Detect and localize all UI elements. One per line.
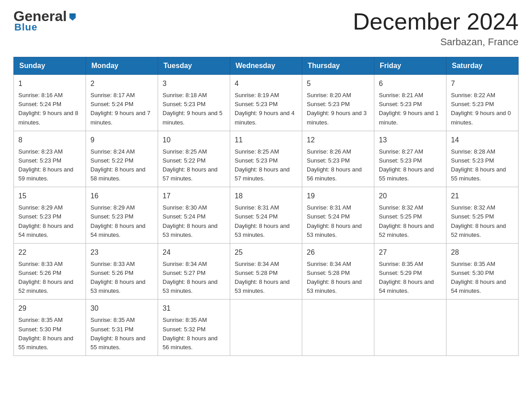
calendar-body: 1Sunrise: 8:16 AMSunset: 5:24 PMDaylight… [14,75,519,356]
day-info: Sunrise: 8:23 AMSunset: 5:23 PMDaylight:… [18,147,81,184]
calendar-cell [446,300,519,356]
day-number: 19 [307,191,369,201]
day-number: 12 [307,135,369,146]
calendar-cell: 11Sunrise: 8:25 AMSunset: 5:23 PMDayligh… [230,131,302,187]
day-info: Sunrise: 8:35 AMSunset: 5:31 PMDaylight:… [90,316,153,352]
calendar-cell: 28Sunrise: 8:35 AMSunset: 5:30 PMDayligh… [446,243,519,300]
day-header-friday: Friday [374,57,446,75]
day-number: 20 [379,191,442,201]
day-info: Sunrise: 8:25 AMSunset: 5:23 PMDaylight:… [235,147,297,184]
day-info: Sunrise: 8:28 AMSunset: 5:23 PMDaylight:… [451,147,514,184]
calendar-cell: 5Sunrise: 8:20 AMSunset: 5:23 PMDaylight… [302,75,374,131]
day-number: 25 [235,247,297,258]
day-info: Sunrise: 8:30 AMSunset: 5:24 PMDaylight:… [163,203,225,240]
day-info: Sunrise: 8:29 AMSunset: 5:23 PMDaylight:… [18,203,81,240]
calendar-cell: 29Sunrise: 8:35 AMSunset: 5:30 PMDayligh… [14,300,86,356]
calendar-cell: 9Sunrise: 8:24 AMSunset: 5:22 PMDaylight… [86,131,158,187]
day-info: Sunrise: 8:35 AMSunset: 5:29 PMDaylight:… [379,260,442,296]
day-number: 1 [18,78,81,89]
day-header-tuesday: Tuesday [158,57,230,75]
day-info: Sunrise: 8:20 AMSunset: 5:23 PMDaylight:… [307,91,369,127]
day-number: 5 [307,78,369,89]
calendar-week-3: 15Sunrise: 8:29 AMSunset: 5:23 PMDayligh… [14,187,519,244]
day-info: Sunrise: 8:25 AMSunset: 5:22 PMDaylight:… [163,147,225,184]
title-area: December 2024 Sarbazan, France [353,9,519,48]
calendar-cell: 20Sunrise: 8:32 AMSunset: 5:25 PMDayligh… [374,187,446,244]
calendar-week-5: 29Sunrise: 8:35 AMSunset: 5:30 PMDayligh… [14,300,519,356]
day-number: 14 [451,135,514,146]
calendar-cell: 30Sunrise: 8:35 AMSunset: 5:31 PMDayligh… [86,300,158,356]
day-number: 22 [18,247,81,258]
day-number: 23 [90,247,153,258]
day-info: Sunrise: 8:27 AMSunset: 5:23 PMDaylight:… [379,147,442,184]
logo-area: General Blue [13,9,77,33]
day-header-thursday: Thursday [302,57,374,75]
logo-blue-text: Blue [14,21,38,33]
day-number: 28 [451,247,514,258]
calendar-cell: 21Sunrise: 8:32 AMSunset: 5:25 PMDayligh… [446,187,519,244]
day-number: 8 [18,135,81,146]
calendar-cell: 4Sunrise: 8:19 AMSunset: 5:23 PMDaylight… [230,75,302,131]
calendar-cell: 26Sunrise: 8:34 AMSunset: 5:28 PMDayligh… [302,243,374,300]
day-info: Sunrise: 8:21 AMSunset: 5:23 PMDaylight:… [379,91,442,127]
day-info: Sunrise: 8:32 AMSunset: 5:25 PMDaylight:… [379,203,442,240]
calendar-week-2: 8Sunrise: 8:23 AMSunset: 5:23 PMDaylight… [14,131,519,187]
day-header-monday: Monday [86,57,158,75]
day-info: Sunrise: 8:17 AMSunset: 5:24 PMDaylight:… [90,91,153,127]
calendar-cell [374,300,446,356]
location: Sarbazan, France [353,36,519,48]
calendar-cell: 24Sunrise: 8:34 AMSunset: 5:27 PMDayligh… [158,243,230,300]
day-info: Sunrise: 8:18 AMSunset: 5:23 PMDaylight:… [163,91,225,127]
month-title: December 2024 [353,9,519,34]
calendar-cell: 8Sunrise: 8:23 AMSunset: 5:23 PMDaylight… [14,131,86,187]
day-info: Sunrise: 8:33 AMSunset: 5:26 PMDaylight:… [90,260,153,296]
day-info: Sunrise: 8:34 AMSunset: 5:28 PMDaylight:… [307,260,369,296]
calendar-cell: 13Sunrise: 8:27 AMSunset: 5:23 PMDayligh… [374,131,446,187]
calendar-cell: 25Sunrise: 8:34 AMSunset: 5:28 PMDayligh… [230,243,302,300]
page-header: General Blue December 2024 Sarbazan, Fra… [13,9,519,48]
day-info: Sunrise: 8:22 AMSunset: 5:23 PMDaylight:… [451,91,514,127]
calendar-cell: 1Sunrise: 8:16 AMSunset: 5:24 PMDaylight… [14,75,86,131]
calendar-cell: 31Sunrise: 8:35 AMSunset: 5:32 PMDayligh… [158,300,230,356]
day-info: Sunrise: 8:29 AMSunset: 5:23 PMDaylight:… [90,203,153,240]
day-info: Sunrise: 8:34 AMSunset: 5:27 PMDaylight:… [163,260,225,296]
calendar-cell [302,300,374,356]
day-number: 4 [235,78,297,89]
day-info: Sunrise: 8:35 AMSunset: 5:32 PMDaylight:… [163,316,225,352]
calendar-cell: 17Sunrise: 8:30 AMSunset: 5:24 PMDayligh… [158,187,230,244]
day-info: Sunrise: 8:26 AMSunset: 5:23 PMDaylight:… [307,147,369,184]
day-number: 6 [379,78,442,89]
calendar-cell [230,300,302,356]
day-info: Sunrise: 8:16 AMSunset: 5:24 PMDaylight:… [18,91,81,127]
day-info: Sunrise: 8:31 AMSunset: 5:24 PMDaylight:… [235,203,297,240]
calendar-cell: 12Sunrise: 8:26 AMSunset: 5:23 PMDayligh… [302,131,374,187]
day-number: 26 [307,247,369,258]
day-header-sunday: Sunday [14,57,86,75]
day-number: 16 [90,191,153,201]
day-number: 11 [235,135,297,146]
day-number: 31 [163,303,225,314]
calendar-week-1: 1Sunrise: 8:16 AMSunset: 5:24 PMDaylight… [14,75,519,131]
day-number: 17 [163,191,225,201]
day-number: 2 [90,78,153,89]
day-info: Sunrise: 8:34 AMSunset: 5:28 PMDaylight:… [235,260,297,296]
calendar-cell: 23Sunrise: 8:33 AMSunset: 5:26 PMDayligh… [86,243,158,300]
calendar-cell: 7Sunrise: 8:22 AMSunset: 5:23 PMDaylight… [446,75,519,131]
calendar-cell: 27Sunrise: 8:35 AMSunset: 5:29 PMDayligh… [374,243,446,300]
day-number: 27 [379,247,442,258]
calendar-cell: 6Sunrise: 8:21 AMSunset: 5:23 PMDaylight… [374,75,446,131]
day-header-wednesday: Wednesday [230,57,302,75]
calendar-cell: 16Sunrise: 8:29 AMSunset: 5:23 PMDayligh… [86,187,158,244]
day-number: 13 [379,135,442,146]
day-info: Sunrise: 8:33 AMSunset: 5:26 PMDaylight:… [18,260,81,296]
day-number: 29 [18,303,81,314]
day-info: Sunrise: 8:35 AMSunset: 5:30 PMDaylight:… [451,260,514,296]
day-info: Sunrise: 8:31 AMSunset: 5:24 PMDaylight:… [307,203,369,240]
day-header-saturday: Saturday [446,57,519,75]
day-number: 7 [451,78,514,89]
calendar-cell: 19Sunrise: 8:31 AMSunset: 5:24 PMDayligh… [302,187,374,244]
calendar-cell: 15Sunrise: 8:29 AMSunset: 5:23 PMDayligh… [14,187,86,244]
calendar-cell: 3Sunrise: 8:18 AMSunset: 5:23 PMDaylight… [158,75,230,131]
day-info: Sunrise: 8:32 AMSunset: 5:25 PMDaylight:… [451,203,514,240]
logo-arrow-icon [68,12,77,21]
